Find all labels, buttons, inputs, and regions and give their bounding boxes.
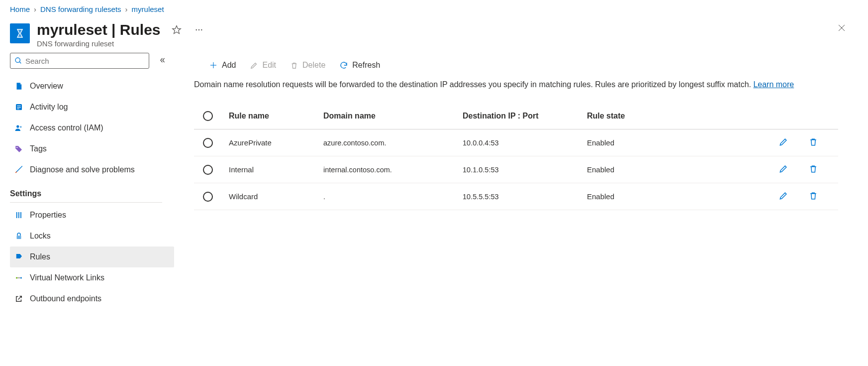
sidebar-item-label: Activity log	[30, 103, 68, 112]
lock-icon	[14, 231, 24, 241]
table-row: AzurePrivate azure.contoso.com. 10.0.0.4…	[194, 129, 838, 156]
vnet-icon	[14, 273, 24, 283]
plus-icon	[209, 61, 218, 70]
svg-point-11	[16, 125, 19, 127]
outbound-icon	[14, 294, 24, 304]
breadcrumb: Home › DNS forwarding rulesets › myrules…	[0, 0, 868, 13]
svg-rect-15	[18, 212, 19, 218]
rules-icon	[14, 252, 24, 262]
col-rule-state: Rule state	[587, 112, 696, 121]
svg-point-5	[15, 58, 20, 62]
pencil-icon	[778, 137, 788, 147]
tag-icon	[14, 144, 24, 154]
search-box[interactable]	[10, 53, 149, 69]
cell-destination: 10.1.0.5:53	[463, 166, 587, 174]
breadcrumb-home[interactable]: Home	[10, 5, 30, 13]
row-select-radio[interactable]	[203, 138, 213, 148]
learn-more-link[interactable]: Learn more	[753, 80, 794, 89]
delete-label: Delete	[302, 61, 325, 70]
collapse-sidebar-button[interactable]	[159, 57, 166, 65]
col-rule-name: Rule name	[229, 112, 323, 121]
sidebar-item-label: Diagnose and solve problems	[30, 165, 135, 174]
refresh-button[interactable]: Refresh	[339, 61, 380, 70]
cell-state: Enabled	[587, 138, 696, 147]
cell-destination: 10.0.0.4:53	[463, 139, 587, 147]
row-delete-button[interactable]	[808, 164, 818, 174]
svg-rect-16	[20, 212, 21, 218]
cell-domain: internal.contoso.com.	[323, 166, 463, 174]
svg-rect-9	[17, 107, 21, 108]
sidebar-item-outbound[interactable]: Outbound endpoints	[10, 288, 174, 309]
toolbar: Add Edit Delete Refresh	[194, 58, 838, 79]
pencil-icon	[778, 164, 788, 174]
row-edit-button[interactable]	[778, 137, 788, 147]
sidebar-item-tags[interactable]: Tags	[10, 138, 174, 159]
add-label: Add	[222, 61, 236, 70]
diagnose-icon	[14, 165, 24, 175]
delete-button[interactable]: Delete	[290, 61, 325, 70]
cell-rule-name: Wildcard	[229, 192, 323, 201]
cell-domain: .	[323, 193, 463, 201]
sidebar-item-activity-log[interactable]: Activity log	[10, 97, 174, 118]
sidebar-item-overview[interactable]: Overview	[10, 76, 174, 97]
row-select-radio[interactable]	[203, 192, 213, 202]
sidebar-item-label: Tags	[30, 144, 47, 153]
resource-icon	[10, 23, 30, 43]
row-delete-button[interactable]	[808, 191, 818, 201]
sidebar-item-diagnose[interactable]: Diagnose and solve problems	[10, 159, 174, 180]
add-button[interactable]: Add	[209, 61, 236, 70]
table-row: Internal internal.contoso.com. 10.1.0.5:…	[194, 156, 838, 183]
svg-point-19	[20, 277, 22, 279]
table-row: Wildcard . 10.5.5.5:53 Enabled	[194, 183, 838, 210]
svg-rect-8	[17, 106, 21, 106]
search-icon	[14, 57, 22, 65]
sidebar-item-label: Overview	[30, 82, 63, 91]
pencil-icon	[250, 61, 258, 70]
close-button[interactable]	[835, 21, 848, 34]
search-input[interactable]	[25, 57, 145, 65]
row-edit-button[interactable]	[778, 164, 788, 174]
breadcrumb-rulesets[interactable]: DNS forwarding rulesets	[40, 5, 121, 13]
svg-point-12	[20, 126, 22, 128]
col-destination: Destination IP : Port	[463, 112, 587, 121]
refresh-icon	[339, 61, 348, 70]
row-edit-button[interactable]	[778, 191, 788, 201]
col-domain-name: Domain name	[323, 112, 463, 121]
refresh-label: Refresh	[352, 61, 380, 70]
chevron-double-left-icon	[159, 57, 166, 64]
row-select-radio[interactable]	[203, 165, 213, 175]
main-content: Add Edit Delete Refresh Domain name reso…	[174, 53, 868, 309]
svg-point-0	[195, 29, 197, 31]
svg-point-2	[200, 29, 202, 31]
sidebar-item-label: Rules	[30, 252, 50, 261]
rules-table: Rule name Domain name Destination IP : P…	[194, 103, 838, 210]
sidebar-item-label: Outbound endpoints	[30, 294, 101, 303]
sidebar-item-access-control[interactable]: Access control (IAM)	[10, 118, 174, 138]
more-button[interactable]	[193, 23, 205, 36]
sidebar-item-locks[interactable]: Locks	[10, 226, 174, 246]
favorite-button[interactable]	[170, 23, 184, 37]
select-all-radio[interactable]	[203, 111, 213, 121]
sidebar-section-settings: Settings	[10, 180, 162, 203]
table-header: Rule name Domain name Destination IP : P…	[194, 103, 838, 129]
cell-destination: 10.5.5.5:53	[463, 193, 587, 201]
svg-line-6	[19, 62, 21, 63]
svg-point-18	[16, 277, 17, 279]
trash-icon	[808, 137, 818, 147]
svg-rect-17	[17, 236, 21, 239]
row-delete-button[interactable]	[808, 137, 818, 147]
edit-label: Edit	[262, 61, 276, 70]
chevron-right-icon: ›	[34, 5, 36, 13]
cell-rule-name: Internal	[229, 165, 323, 174]
sidebar-item-properties[interactable]: Properties	[10, 205, 174, 226]
cell-state: Enabled	[587, 165, 696, 174]
edit-button[interactable]: Edit	[250, 61, 276, 70]
sidebar-item-label: Virtual Network Links	[30, 273, 104, 282]
pencil-icon	[778, 191, 788, 201]
sidebar-item-vnet-links[interactable]: Virtual Network Links	[10, 267, 174, 288]
sidebar-item-rules[interactable]: Rules	[10, 246, 174, 267]
trash-icon	[808, 191, 818, 201]
description-text: Domain name resolution requests will be …	[194, 79, 838, 91]
cell-rule-name: AzurePrivate	[229, 138, 323, 147]
activity-log-icon	[14, 102, 24, 112]
